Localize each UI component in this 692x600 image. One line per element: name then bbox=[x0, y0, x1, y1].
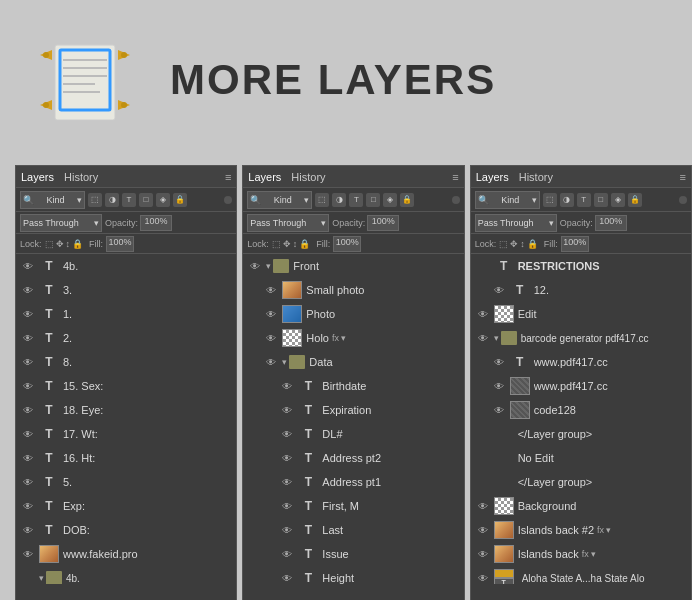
filter-adjust-icon[interactable]: ◑ bbox=[105, 193, 119, 207]
eye-icon[interactable]: 👁 bbox=[20, 258, 36, 274]
layer-item[interactable]: 👁 Islands back fx ▾ bbox=[471, 542, 691, 566]
blend-mode-left[interactable]: Pass Through ▾ bbox=[20, 214, 102, 232]
layer-list-left[interactable]: 👁 T 4b. 👁 T 3. 👁 T 1. 👁 T 2. 👁 T bbox=[16, 254, 236, 584]
layer-list-mid[interactable]: 👁 ▾ Front 👁 Small photo 👁 Photo 👁 bbox=[243, 254, 463, 584]
layer-item[interactable]: 👁 T Aloha State A...ha State Alo bbox=[471, 566, 691, 584]
filter-pixel-icon[interactable]: ⬚ bbox=[88, 193, 102, 207]
layer-item[interactable]: 👁 www.pdf417.cc bbox=[471, 374, 691, 398]
opacity-value-mid[interactable]: 100% bbox=[367, 215, 399, 231]
eye-icon[interactable]: 👁 bbox=[263, 282, 279, 298]
layer-item[interactable]: 👁 Background bbox=[471, 494, 691, 518]
eye-icon[interactable]: 👁 bbox=[279, 570, 295, 584]
eye-icon[interactable]: 👁 bbox=[279, 474, 295, 490]
eye-icon[interactable]: 👁 bbox=[475, 570, 491, 584]
eye-icon[interactable]: 👁 bbox=[20, 282, 36, 298]
layer-item[interactable]: 👁 T DL# bbox=[243, 422, 463, 446]
eye-icon[interactable]: 👁 bbox=[263, 306, 279, 322]
layer-item[interactable]: 👁 T 2. bbox=[16, 326, 236, 350]
eye-icon[interactable]: 👁 bbox=[279, 522, 295, 538]
filter-adjust-icon[interactable]: ◑ bbox=[332, 193, 346, 207]
blend-mode-right[interactable]: Pass Through ▾ bbox=[475, 214, 557, 232]
layer-item[interactable]: 👁 T 15. Sex: bbox=[16, 374, 236, 398]
layer-item[interactable]: 👁 ▾ Data bbox=[243, 350, 463, 374]
filter-type-icon[interactable]: T bbox=[122, 193, 136, 207]
eye-icon[interactable]: 👁 bbox=[20, 378, 36, 394]
layer-item[interactable]: 👁 T 4b. bbox=[16, 254, 236, 278]
layer-item[interactable]: No Edit bbox=[471, 446, 691, 470]
layer-item[interactable]: 👁 T Issue bbox=[243, 542, 463, 566]
filter-shape-icon[interactable]: □ bbox=[366, 193, 380, 207]
layer-item[interactable]: 👁 T 16. Ht: bbox=[16, 446, 236, 470]
layer-item[interactable]: 👁 T Last bbox=[243, 518, 463, 542]
panel-menu-icon-mid[interactable]: ≡ bbox=[452, 171, 458, 183]
panel-menu-icon-right[interactable]: ≡ bbox=[680, 171, 686, 183]
layer-item[interactable]: 👁 T Expiration bbox=[243, 398, 463, 422]
eye-icon[interactable]: 👁 bbox=[20, 498, 36, 514]
eye-icon[interactable]: 👁 bbox=[475, 498, 491, 514]
layer-item[interactable]: 👁 T DOB: bbox=[16, 518, 236, 542]
layer-item[interactable]: 👁 T 18. Eye: bbox=[16, 398, 236, 422]
panel-menu-icon-left[interactable]: ≡ bbox=[225, 171, 231, 183]
layer-item[interactable]: 👁 Small photo bbox=[243, 278, 463, 302]
eye-icon[interactable] bbox=[475, 426, 491, 442]
fill-value-mid[interactable]: 100% bbox=[333, 236, 361, 252]
layer-item[interactable]: 👁 T Height bbox=[243, 566, 463, 584]
filter-smart-icon[interactable]: ◈ bbox=[156, 193, 170, 207]
eye-icon[interactable]: 👁 bbox=[279, 378, 295, 394]
filter-lock-icon[interactable]: 🔒 bbox=[400, 193, 414, 207]
layer-item[interactable]: 👁 www.fakeid.pro bbox=[16, 542, 236, 566]
layer-item[interactable]: 👁 Holo fx ▾ bbox=[243, 326, 463, 350]
layer-item[interactable]: </Layer group> bbox=[471, 422, 691, 446]
filter-smart-icon[interactable]: ◈ bbox=[383, 193, 397, 207]
tab-history-left[interactable]: History bbox=[64, 171, 98, 183]
opacity-value-right[interactable]: 100% bbox=[595, 215, 627, 231]
layer-item[interactable]: 👁 ▾ Front bbox=[243, 254, 463, 278]
layer-item[interactable]: 👁 T First, M bbox=[243, 494, 463, 518]
filter-lock-icon[interactable]: 🔒 bbox=[628, 193, 642, 207]
filter-type-icon[interactable]: T bbox=[577, 193, 591, 207]
fill-value-right[interactable]: 100% bbox=[561, 236, 589, 252]
eye-icon[interactable]: 👁 bbox=[475, 330, 491, 346]
eye-icon[interactable] bbox=[475, 450, 491, 466]
eye-icon[interactable]: 👁 bbox=[491, 378, 507, 394]
layer-item[interactable]: 👁 Edit bbox=[471, 302, 691, 326]
tab-layers-right[interactable]: Layers bbox=[476, 171, 509, 183]
layer-item[interactable]: ▾ 4b. bbox=[16, 566, 236, 584]
eye-icon[interactable]: 👁 bbox=[475, 522, 491, 538]
opacity-value-left[interactable]: 100% bbox=[140, 215, 172, 231]
eye-icon[interactable]: 👁 bbox=[20, 546, 36, 562]
eye-icon[interactable]: 👁 bbox=[263, 354, 279, 370]
eye-icon[interactable]: 👁 bbox=[279, 498, 295, 514]
blend-mode-mid[interactable]: Pass Through ▾ bbox=[247, 214, 329, 232]
layer-item[interactable]: 👁 T www.pdf417.cc bbox=[471, 350, 691, 374]
eye-icon[interactable]: 👁 bbox=[20, 402, 36, 418]
tab-layers-mid[interactable]: Layers bbox=[248, 171, 281, 183]
layer-list-right[interactable]: T RESTRICTIONS 👁 T 12. 👁 Edit 👁 ▾ barcod… bbox=[471, 254, 691, 584]
filter-shape-icon[interactable]: □ bbox=[139, 193, 153, 207]
eye-icon[interactable]: 👁 bbox=[20, 354, 36, 370]
layer-item[interactable]: 👁 T 3. bbox=[16, 278, 236, 302]
eye-icon[interactable] bbox=[475, 474, 491, 490]
tab-history-mid[interactable]: History bbox=[291, 171, 325, 183]
layer-item[interactable]: 👁 T Address pt2 bbox=[243, 446, 463, 470]
layer-item[interactable]: 👁 T 8. bbox=[16, 350, 236, 374]
layer-item[interactable]: 👁 Photo bbox=[243, 302, 463, 326]
layer-item[interactable]: 👁 T 1. bbox=[16, 302, 236, 326]
filter-lock-icon[interactable]: 🔒 bbox=[173, 193, 187, 207]
layer-item[interactable]: 👁 code128 bbox=[471, 398, 691, 422]
layer-item[interactable]: 👁 T 5. bbox=[16, 470, 236, 494]
eye-icon[interactable]: 👁 bbox=[491, 402, 507, 418]
filter-shape-icon[interactable]: □ bbox=[594, 193, 608, 207]
layer-item[interactable]: 👁 T Address pt1 bbox=[243, 470, 463, 494]
eye-icon[interactable] bbox=[20, 570, 36, 584]
layer-item[interactable]: T RESTRICTIONS bbox=[471, 254, 691, 278]
eye-icon[interactable]: 👁 bbox=[279, 546, 295, 562]
layer-item[interactable]: 👁 T Birthdate bbox=[243, 374, 463, 398]
eye-icon[interactable]: 👁 bbox=[20, 426, 36, 442]
eye-icon[interactable]: 👁 bbox=[20, 450, 36, 466]
filter-toggle[interactable] bbox=[452, 196, 460, 204]
filter-type-icon[interactable]: T bbox=[349, 193, 363, 207]
eye-icon[interactable]: 👁 bbox=[279, 402, 295, 418]
tab-layers-left[interactable]: Layers bbox=[21, 171, 54, 183]
filter-toggle[interactable] bbox=[224, 196, 232, 204]
